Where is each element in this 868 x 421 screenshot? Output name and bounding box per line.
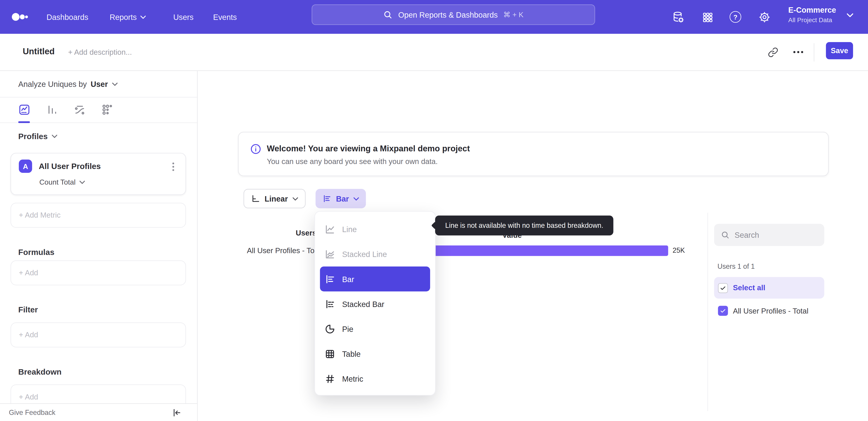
add-formula-button[interactable]: + Add — [11, 260, 186, 285]
tooltip-text: Line is not available with no time based… — [445, 222, 603, 229]
tab-retention-icon[interactable] — [101, 104, 114, 116]
collapse-sidebar-icon[interactable] — [172, 408, 182, 418]
project-scope: All Project Data — [788, 17, 832, 23]
global-search-placeholder: Open Reports & Dashboards — [398, 10, 498, 19]
analyze-row: Analyze Uniques by User — [0, 71, 197, 97]
stacked-bar-chart-icon — [324, 299, 336, 309]
mixpanel-app: Dashboards Reports Users Events Open Rep… — [0, 0, 868, 421]
nav-reports-label: Reports — [110, 12, 137, 21]
mixpanel-logo-icon[interactable] — [11, 12, 29, 22]
analyze-entity-selector[interactable]: User — [91, 79, 108, 88]
metric-title[interactable]: All User Profiles — [39, 162, 101, 171]
chevron-down-icon — [140, 15, 146, 19]
menu-item-stacked-bar[interactable]: Stacked Bar — [320, 291, 430, 316]
global-search-shortcut: ⌘ + K — [503, 11, 523, 19]
select-all-checkbox[interactable] — [718, 283, 728, 293]
scale-selector-label: Linear — [265, 194, 288, 203]
banner-subtitle: You can use any board you see with your … — [267, 158, 438, 166]
header-divider — [814, 43, 814, 61]
global-search-button[interactable]: Open Reports & Dashboards ⌘ + K — [312, 4, 595, 25]
add-filter-button[interactable]: + Add — [11, 322, 186, 347]
nav-users-label: Users — [174, 12, 194, 21]
filter-section-heading: Filter — [18, 305, 38, 314]
more-menu-icon[interactable] — [790, 44, 806, 60]
chart-type-button[interactable]: Bar — [315, 189, 366, 208]
metric-badge: A — [19, 160, 32, 173]
aggregation-chevron-down-icon — [79, 180, 85, 185]
select-all-label: Select all — [733, 284, 765, 292]
filter-heading-label: Filter — [18, 305, 38, 314]
select-all-row[interactable]: Select all — [714, 277, 824, 299]
bar-chart-icon — [324, 274, 336, 285]
metric-kebab-menu-icon[interactable] — [170, 161, 176, 173]
nav-events-label: Events — [213, 12, 237, 21]
breakdown-heading-label: Breakdown — [18, 367, 61, 376]
stacked-line-chart-icon — [324, 248, 336, 259]
project-chevron-down-icon[interactable] — [846, 13, 854, 18]
tab-insights-icon[interactable] — [18, 104, 31, 116]
menu-item-bar[interactable]: Bar — [320, 266, 430, 291]
chart-type-chevron-down-icon — [353, 196, 360, 201]
report-header-bar: Untitled + Add description... Save — [0, 34, 868, 71]
menu-item-line-label: Line — [342, 225, 357, 233]
scale-selector-button[interactable]: Linear — [244, 189, 306, 208]
query-sidebar: Analyze Uniques by User — [0, 71, 197, 421]
nav-events[interactable]: Events — [213, 0, 237, 34]
metric-card[interactable]: A All User Profiles Count Total — [11, 153, 186, 195]
save-button[interactable]: Save — [826, 42, 853, 59]
line-chart-icon — [324, 224, 336, 234]
legend-series-label: All User Profiles - Total — [733, 307, 808, 315]
copy-link-icon[interactable] — [765, 44, 780, 60]
nav-dashboards[interactable]: Dashboards — [46, 0, 88, 34]
legend-search-box — [714, 224, 824, 246]
settings-gear-icon[interactable] — [758, 11, 771, 24]
profiles-section-heading[interactable]: Profiles — [18, 132, 58, 141]
analyze-prefix-label: Analyze Uniques by — [18, 79, 87, 88]
report-type-tabs — [0, 97, 197, 123]
chart-bar-value: 25K — [673, 247, 685, 254]
nav-dashboards-label: Dashboards — [46, 12, 88, 21]
legend-count-label: Users 1 of 1 — [717, 263, 755, 270]
menu-item-bar-label: Bar — [342, 274, 354, 283]
nav-reports[interactable]: Reports — [110, 0, 146, 34]
aggregation-selector[interactable]: Count Total — [39, 178, 85, 186]
profiles-heading-label: Profiles — [18, 132, 48, 141]
tab-funnels-icon[interactable] — [46, 104, 58, 116]
add-metric-button[interactable]: + Add Metric — [11, 203, 186, 228]
report-title[interactable]: Untitled — [23, 47, 55, 57]
data-management-icon[interactable] — [672, 11, 685, 24]
search-icon — [721, 230, 730, 240]
report-canvas: Welcome! You are viewing a Mixpanel demo… — [197, 71, 868, 421]
menu-item-metric[interactable]: Metric — [320, 366, 430, 391]
formulas-heading-label: Formulas — [18, 248, 55, 256]
tab-flows-icon[interactable] — [74, 104, 86, 116]
top-nav-bar: Dashboards Reports Users Events Open Rep… — [0, 0, 868, 34]
series-checkbox[interactable] — [718, 306, 728, 316]
legend-search-input[interactable] — [735, 230, 812, 240]
menu-item-pie[interactable]: Pie — [320, 316, 430, 341]
menu-item-line: Line — [320, 217, 430, 242]
legend-series-row[interactable]: All User Profiles - Total — [714, 300, 824, 321]
help-icon[interactable]: ? — [730, 11, 741, 23]
help-glyph: ? — [733, 13, 737, 21]
chart-type-dropdown: Line Stacked Line Bar Stacked Bar — [314, 211, 436, 396]
profiles-chevron-down-icon — [52, 134, 58, 139]
active-tab-underline — [18, 121, 30, 123]
project-name[interactable]: E-Commerce — [788, 5, 836, 14]
bar-chart-icon — [322, 194, 332, 203]
apps-grid-icon[interactable] — [701, 11, 714, 24]
menu-item-table[interactable]: Table — [320, 341, 430, 366]
analyze-chevron-down-icon[interactable] — [112, 82, 118, 86]
menu-item-stacked-line: Stacked Line — [320, 242, 430, 266]
line-disabled-tooltip: Line is not available with no time based… — [435, 216, 614, 235]
banner-title: Welcome! You are viewing a Mixpanel demo… — [267, 143, 470, 153]
add-description-field[interactable]: + Add description... — [68, 48, 132, 57]
chart-type-label: Bar — [336, 194, 349, 203]
table-icon — [324, 348, 336, 359]
give-feedback-link[interactable]: Give Feedback — [9, 409, 55, 417]
search-icon — [383, 10, 393, 20]
pie-chart-icon — [324, 323, 336, 334]
nav-users[interactable]: Users — [174, 0, 194, 34]
info-icon — [250, 143, 261, 155]
linear-axis-icon — [251, 194, 260, 203]
